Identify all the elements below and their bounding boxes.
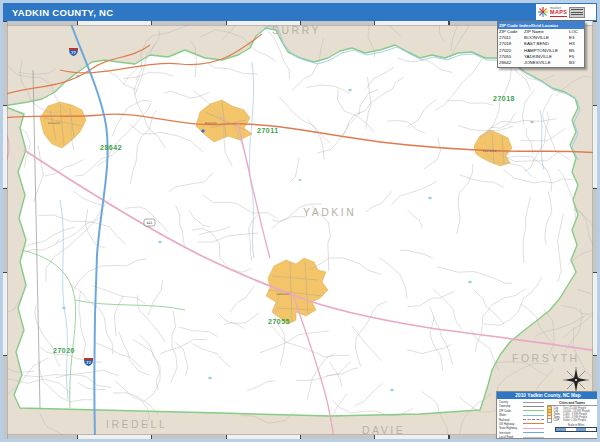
zip-label-28642: 28642 — [100, 144, 122, 151]
zip-row-cell: B3 — [569, 60, 582, 66]
base-map-svg: 77 77 421 Jonesville Boonville East Bend… — [3, 21, 597, 439]
legend-line-sample — [523, 437, 544, 438]
legend-line-sample — [523, 428, 544, 429]
legend-line-sample — [523, 402, 544, 403]
brand-wordmark: market MAPS — [550, 7, 567, 18]
legend-line-sample — [523, 410, 544, 411]
legend-line-sample — [523, 419, 544, 420]
svg-text:Boonville: Boonville — [205, 122, 217, 125]
brand-bottom-text: MAPS — [550, 10, 567, 15]
zip-row-cell: 28642 — [499, 60, 524, 66]
legend-cities-column: Cities and Towns CityOver 25,000 People … — [544, 401, 597, 439]
legend-title: 2010 Yadkin County, NC Map — [497, 392, 597, 399]
svg-text:East Bend: East Bend — [483, 150, 496, 153]
zip-label-27020: 27020 — [53, 347, 75, 354]
legend-item-label: Local Road — [499, 435, 513, 439]
zip-row-cell: JONESVILLE — [524, 60, 569, 66]
zip-index-table: ZIP Code Index/Grid Locator ZIP Code ZIP… — [497, 21, 585, 68]
marketmaps-star-icon — [538, 7, 548, 17]
forsyth-county-label: FORSYTH — [512, 352, 580, 364]
davie-county-label: DAVIE — [362, 424, 405, 436]
zip-label-27055: 27055 — [268, 318, 290, 325]
title-bar: YADKIN COUNTY, NC market MAPS — [3, 3, 597, 21]
svg-text:77: 77 — [71, 51, 77, 55]
legend-line-sample — [523, 432, 544, 433]
zip-label-27018: 27018 — [493, 95, 515, 102]
map-poster-frame: YADKIN COUNTY, NC market MAPS — [0, 0, 600, 442]
map-legend: 2010 Yadkin County, NC Map County Townsh… — [496, 391, 597, 439]
scale-bar-graphic — [555, 427, 597, 432]
us-421-shield: 421 — [144, 219, 155, 226]
legend-road-items: County Township ZIP Code Water Railroad … — [499, 401, 544, 439]
iredell-county-label: IREDELL — [106, 418, 167, 430]
zip-table-grid: ZIP Code ZIP Name LOC 27011 BOONVILLE E3… — [498, 29, 584, 67]
map-canvas: 77 77 421 Jonesville Boonville East Bend… — [3, 21, 597, 439]
svg-text:421: 421 — [146, 221, 152, 225]
yadkin-county-label: YADKIN — [303, 206, 356, 218]
svg-text:Yadkinville: Yadkinville — [276, 293, 290, 296]
grid-ruler-right — [593, 21, 597, 439]
svg-text:Jonesville: Jonesville — [47, 122, 61, 125]
page-title: YADKIN COUNTY, NC — [3, 7, 113, 18]
grid-ruler-left — [3, 21, 7, 439]
legend-line-sample — [523, 406, 544, 407]
surry-county-label: SURRY — [272, 24, 321, 36]
legend-body: County Township ZIP Code Water Railroad … — [497, 399, 597, 439]
legend-cities-header: Cities and Towns — [547, 401, 597, 406]
zip-table-title: ZIP Code Index/Grid Locator — [498, 22, 584, 29]
legend-line-sample — [523, 423, 544, 424]
compass-rose-icon — [563, 367, 589, 393]
legend-line-sample — [523, 415, 544, 416]
city-swatch — [547, 418, 552, 423]
publisher-badge — [569, 7, 585, 18]
zip-label-27011: 27011 — [257, 127, 279, 134]
svg-text:77: 77 — [86, 361, 92, 365]
scale-bar: Scale in Miles — [555, 424, 597, 432]
marketmaps-logo: market MAPS — [536, 4, 596, 20]
